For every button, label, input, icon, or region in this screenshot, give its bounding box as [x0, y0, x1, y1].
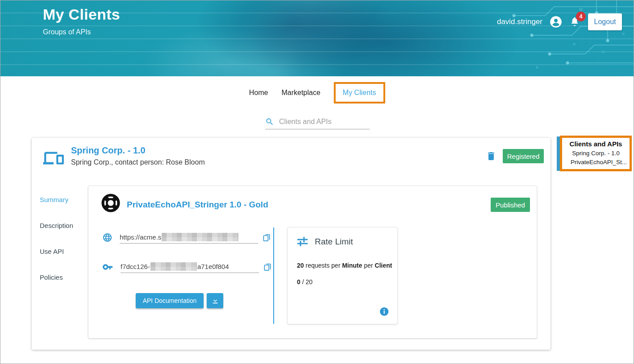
copy-icon — [263, 262, 272, 272]
copy-api-key-button[interactable] — [263, 262, 272, 272]
endpoint-url-field: https://acme.s — [120, 231, 258, 244]
api-key-prefix-text: f7dcc126- — [121, 263, 150, 270]
client-card: Spring Corp. - 1.0 Spring Corp., contact… — [32, 138, 551, 350]
api-key-field: f7dcc126-a71e0f804 — [121, 261, 259, 273]
rate-limit-subject: Client — [375, 262, 392, 269]
info-icon — [379, 306, 389, 317]
search-field — [265, 115, 370, 129]
tab-summary[interactable]: Summary — [40, 196, 84, 203]
trash-icon — [486, 150, 496, 162]
search-input[interactable] — [279, 118, 371, 126]
client-subtitle: Spring Corp., contact person: Rose Bloom — [71, 158, 205, 166]
rate-limit-header: Rate Limit — [296, 236, 353, 248]
api-documentation-button[interactable]: API Documentation — [136, 293, 204, 308]
annotation-highlight-box-nav: My Clients — [334, 82, 385, 103]
copy-icon — [262, 232, 271, 242]
lifebuoy-api-icon — [101, 194, 120, 214]
rate-limit-description: 20 requests per Minute per Client — [297, 262, 392, 269]
download-spec-button[interactable] — [207, 293, 223, 308]
endpoint-url-visible-text: https://acme.s — [120, 233, 161, 241]
nav-item-home[interactable]: Home — [249, 89, 268, 97]
client-status-badge: Registered — [503, 149, 544, 163]
annotation-blue-strip — [557, 136, 560, 171]
rate-limit-usage: 0 / 20 — [297, 278, 313, 285]
page-subtitle: Groups of APIs — [43, 28, 91, 36]
rate-limit-text: requests per — [304, 262, 342, 269]
rate-limit-text2: per — [362, 262, 375, 269]
globe-icon — [102, 232, 113, 243]
tab-policies[interactable]: Policies — [40, 273, 84, 281]
notifications-bell[interactable]: 4 — [569, 16, 581, 28]
download-icon — [211, 297, 219, 305]
copy-endpoint-button[interactable] — [262, 232, 271, 242]
annotation-panel-api-item: PrivateEchoAPI_St... — [565, 158, 627, 167]
annotation-panel-title: Clients and APIs — [565, 139, 627, 149]
rate-limit-separator: / — [300, 278, 306, 285]
delete-client-button[interactable] — [486, 150, 496, 164]
client-tabs: Summary Description Use API Policies — [40, 196, 84, 299]
rate-limit-title: Rate Limit — [315, 237, 353, 247]
endpoint-row: https://acme.s — [102, 231, 271, 244]
search-icon — [265, 117, 274, 126]
tab-use-api[interactable]: Use API — [40, 248, 84, 255]
api-key-row: f7dcc126-a71e0f804 — [102, 261, 272, 273]
key-icon — [102, 261, 113, 273]
avatar-icon[interactable] — [550, 16, 562, 28]
nav-item-my-clients[interactable]: My Clients — [343, 89, 376, 96]
api-key-suffix-text: a71e0f804 — [197, 263, 229, 270]
rate-limit-used: 0 — [297, 278, 300, 285]
devices-icon — [42, 147, 65, 171]
app-window: My Clients Groups of APIs david.stringer… — [0, 0, 634, 364]
annotation-panel-client-item: Spring Corp. - 1.0 — [565, 149, 627, 158]
main-nav: Home Marketplace My Clients — [249, 82, 385, 103]
client-card-header: Spring Corp. - 1.0 Spring Corp., contact… — [32, 138, 551, 178]
page-title: My Clients — [43, 6, 120, 23]
tune-sliders-icon — [296, 236, 309, 248]
client-title: Spring Corp. - 1.0 — [71, 145, 146, 156]
nav-item-marketplace[interactable]: Marketplace — [281, 89, 320, 97]
vertical-divider — [273, 228, 274, 324]
endpoint-url-redacted-blur — [162, 233, 238, 241]
annotation-panel-clients-and-apis: Clients and APIs Spring Corp. - 1.0 Priv… — [560, 136, 632, 171]
rate-limit-total: 20 — [305, 278, 313, 285]
user-area: david.stringer 4 Logout — [497, 13, 622, 31]
username-label: david.stringer — [497, 17, 542, 26]
rate-limit-card: Rate Limit 20 requests per Minute per Cl… — [287, 227, 398, 324]
api-card: PrivateEchoAPI_Stringer 1.0 - Gold Publi… — [88, 186, 537, 339]
rate-limit-value: 20 — [297, 262, 304, 269]
logout-button[interactable]: Logout — [588, 13, 622, 30]
api-key-redacted-blur — [150, 262, 197, 271]
hero-photo-hands-on-laptop — [90, 0, 536, 76]
api-title: PrivateEchoAPI_Stringer 1.0 - Gold — [127, 200, 268, 210]
api-status-badge: Published — [491, 198, 530, 212]
hero-header: My Clients Groups of APIs david.stringer… — [0, 0, 634, 76]
notification-count-badge: 4 — [576, 12, 586, 21]
rate-limit-info-button[interactable] — [379, 306, 389, 317]
rate-limit-period: Minute — [342, 262, 362, 269]
tab-description[interactable]: Description — [40, 222, 84, 229]
